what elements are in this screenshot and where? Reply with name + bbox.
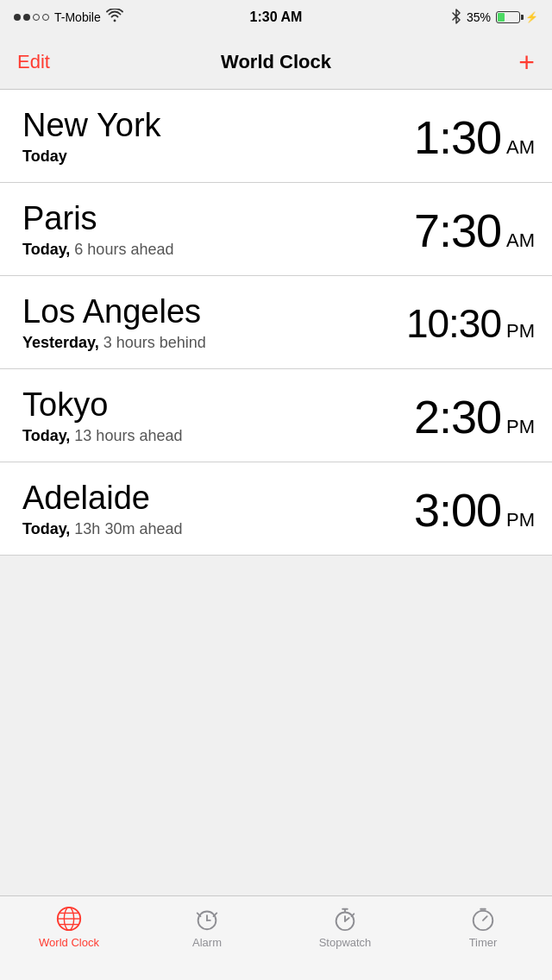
edit-button[interactable]: Edit — [17, 51, 50, 73]
city-info-bold: Today, — [22, 241, 70, 258]
tab-alarm-label: Alarm — [192, 936, 222, 949]
signal-dot-2 — [23, 14, 30, 21]
tab-stopwatch[interactable]: Stopwatch — [293, 905, 397, 949]
nav-bar: Edit World Clock + — [0, 35, 552, 90]
time-value: 2:30 — [414, 393, 501, 440]
svg-line-8 — [198, 913, 201, 916]
status-bar: T-Mobile 1:30 AM 35% ⚡ — [0, 0, 552, 35]
signal-dot-3 — [33, 14, 40, 21]
wifi-icon — [106, 9, 123, 27]
battery-icon — [496, 11, 520, 23]
charging-icon: ⚡ — [525, 11, 538, 23]
world-clock-icon — [55, 905, 83, 933]
clock-list: New York Today 1:30 AM Paris Today, 6 ho… — [0, 90, 552, 556]
add-button[interactable]: + — [518, 48, 535, 76]
tab-world-clock-label: World Clock — [39, 936, 99, 949]
alarm-icon — [193, 905, 221, 933]
city-info-rest: 6 hours ahead — [70, 241, 173, 258]
time-ampm: PM — [506, 320, 535, 342]
status-left: T-Mobile — [14, 9, 123, 27]
city-info-bold: Yesterday, — [22, 334, 99, 351]
clock-item-adelaide: Adelaide Today, 13h 30m ahead 3:00 PM — [0, 462, 552, 556]
svg-line-17 — [483, 916, 487, 920]
clock-time: 1:30 AM — [414, 114, 535, 160]
time-ampm: AM — [506, 136, 535, 159]
city-name: Paris — [22, 201, 173, 237]
clock-item-left: New York Today — [22, 108, 161, 166]
clock-item-left: Los Angeles Yesterday, 3 hours behind — [22, 294, 206, 352]
tab-bar: World Clock Alarm — [0, 895, 552, 980]
signal-dot-4 — [42, 14, 49, 21]
clock-item-left: Tokyo Today, 13 hours ahead — [22, 387, 182, 445]
city-name: Tokyo — [22, 387, 182, 424]
signal-strength — [14, 14, 49, 21]
city-info-rest: 13h 30m ahead — [70, 520, 182, 537]
clock-item-new-york: New York Today 1:30 AM — [0, 90, 552, 183]
tab-alarm[interactable]: Alarm — [155, 905, 259, 949]
tab-world-clock[interactable]: World Clock — [17, 905, 121, 949]
status-right: 35% ⚡ — [451, 9, 538, 27]
svg-line-15 — [352, 914, 354, 916]
carrier-label: T-Mobile — [54, 10, 101, 24]
clock-time: 10:30 PM — [406, 304, 535, 343]
clock-item-los-angeles: Los Angeles Yesterday, 3 hours behind 10… — [0, 276, 552, 369]
page-title: World Clock — [221, 51, 331, 73]
city-name: Los Angeles — [22, 294, 206, 330]
clock-time: 3:00 PM — [414, 487, 535, 533]
city-name: Adelaide — [22, 481, 182, 517]
timer-icon — [469, 905, 497, 933]
tab-stopwatch-label: Stopwatch — [319, 936, 372, 949]
bluetooth-icon — [451, 9, 461, 27]
clock-item-left: Paris Today, 6 hours ahead — [22, 201, 173, 259]
city-info-bold: Today, — [22, 520, 70, 537]
city-info-bold: Today — [22, 148, 67, 165]
city-info-rest: 3 hours behind — [99, 334, 206, 351]
city-info: Today, 13 hours ahead — [22, 427, 182, 445]
city-info-bold: Today, — [22, 427, 70, 444]
battery-percent: 35% — [467, 10, 491, 24]
city-info: Today, 6 hours ahead — [22, 241, 173, 259]
time-ampm: AM — [506, 229, 535, 252]
time-ampm: PM — [506, 509, 535, 531]
tab-timer-label: Timer — [469, 936, 498, 949]
time-value: 1:30 — [414, 114, 501, 160]
clock-item-left: Adelaide Today, 13h 30m ahead — [22, 481, 182, 538]
status-time: 1:30 AM — [250, 9, 303, 25]
clock-item-paris: Paris Today, 6 hours ahead 7:30 AM — [0, 183, 552, 276]
stopwatch-icon — [331, 905, 359, 933]
time-value: 3:00 — [414, 487, 501, 533]
time-value: 7:30 — [414, 207, 501, 254]
city-info: Today, 13h 30m ahead — [22, 520, 182, 538]
clock-time: 2:30 PM — [414, 393, 535, 440]
tab-timer[interactable]: Timer — [431, 905, 535, 949]
svg-line-9 — [214, 913, 217, 916]
time-ampm: PM — [506, 416, 535, 438]
city-name: New York — [22, 108, 161, 144]
clock-time: 7:30 AM — [414, 207, 535, 254]
time-value: 10:30 — [406, 304, 501, 343]
city-info: Today — [22, 148, 161, 166]
signal-dot-1 — [14, 14, 21, 21]
city-info: Yesterday, 3 hours behind — [22, 334, 206, 352]
clock-item-tokyo: Tokyo Today, 13 hours ahead 2:30 PM — [0, 369, 552, 462]
city-info-rest: 13 hours ahead — [70, 427, 182, 444]
